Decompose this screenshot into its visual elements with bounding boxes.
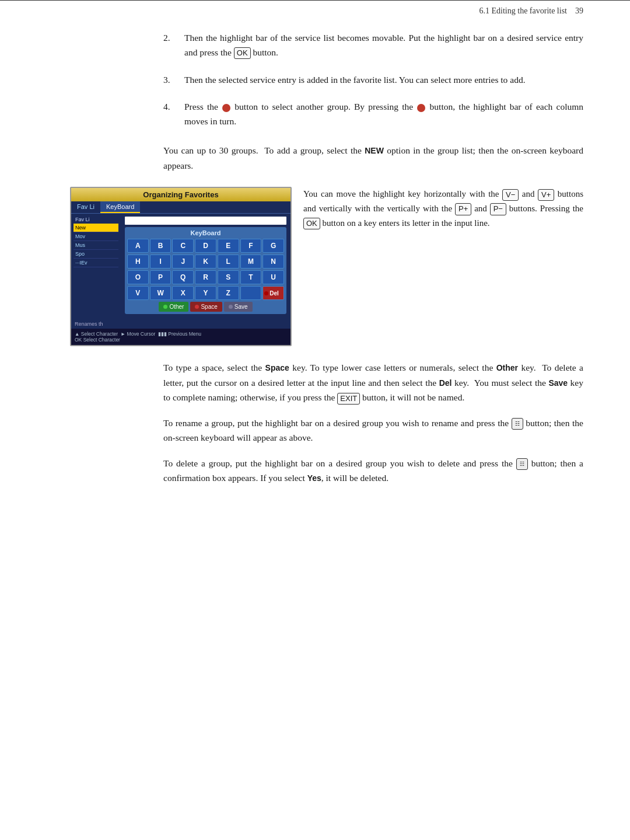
key-I[interactable]: I (150, 255, 172, 269)
footer-select-char: ▲ Select Character (75, 331, 118, 337)
space-key-label: Space (265, 363, 289, 372)
scr-kb-row-2: H I J K L M N (127, 255, 284, 269)
rename-button-icon: ☷ (512, 418, 523, 430)
rename-para: To rename a group, put the highlight bar… (163, 416, 583, 445)
scr-kb-row-3: O P Q R S T U (127, 270, 284, 284)
exit-key: EXIT (337, 393, 360, 405)
scr-bottom-keys: Other Space Save (127, 302, 284, 312)
key-del[interactable]: Del (262, 286, 284, 300)
intro-paragraph: You can up to 30 groups. To add a group,… (163, 143, 583, 173)
screenshot: Organizing Favorites Fav Li KeyBoard Fav… (70, 187, 292, 346)
scr-input-line (125, 217, 286, 225)
red-button-2 (417, 104, 425, 112)
page-number: 39 (575, 6, 583, 16)
save-key-label: Save (548, 378, 568, 388)
vplus-key: V+ (538, 189, 554, 201)
del-key-label: Del (439, 378, 452, 388)
key-Z[interactable]: Z (218, 286, 239, 300)
fav-item-spo[interactable]: Spo (74, 250, 118, 259)
ok-key-step2: OK (234, 47, 251, 59)
key-J[interactable]: J (172, 255, 194, 269)
key-N[interactable]: N (262, 255, 284, 269)
key-X[interactable]: X (172, 286, 194, 300)
step-4: 4. Press the button to select another gr… (163, 100, 583, 129)
scr-keyboard-panel: KeyBoard A B C D E F G (125, 227, 286, 314)
footer-ok: OK Select Character (75, 337, 120, 343)
scr-title: Organizing Favorites (71, 188, 290, 201)
key-Q[interactable]: Q (172, 270, 194, 284)
key-B[interactable]: B (150, 239, 172, 253)
key-W[interactable]: W (150, 286, 172, 300)
key-space[interactable]: Space (190, 302, 222, 312)
scr-body: Fav Li KeyBoard Fav Li New Mov Mus Spo ·… (71, 201, 290, 345)
chapter-title: 6.1 Editing the favorite list (480, 6, 567, 16)
scr-fav-label: Fav Li (74, 215, 118, 224)
fav-item-iev[interactable]: ···IEv (74, 259, 118, 267)
key-Y[interactable]: Y (195, 286, 216, 300)
key-M[interactable]: M (240, 255, 262, 269)
screenshot-caption: You can move the highlight key horizonta… (303, 187, 583, 230)
content-area: 2. Then the highlight bar of the service… (0, 19, 630, 520)
key-U[interactable]: U (262, 270, 284, 284)
step-3-num: 3. (163, 73, 177, 88)
scr-tab-fav[interactable]: Fav Li (71, 201, 100, 213)
key-other[interactable]: Other (159, 302, 188, 312)
step-4-num: 4. (163, 100, 177, 129)
step-3-text: Then the selected service entry is added… (184, 73, 583, 88)
step-2-text: Then the highlight bar of the service li… (184, 31, 583, 60)
vminus-key: V− (502, 189, 519, 201)
new-label: NEW (365, 146, 384, 155)
yes-label: Yes (307, 473, 321, 483)
page-header: 6.1 Editing the favorite list 39 (0, 1, 630, 19)
pminus-key: P− (490, 203, 506, 215)
key-O[interactable]: O (127, 270, 149, 284)
fav-item-mov[interactable]: Mov (74, 232, 118, 241)
key-empty (240, 286, 262, 300)
scr-tabs: Fav Li KeyBoard (71, 201, 290, 214)
delete-button-icon: ☷ (516, 458, 528, 470)
step-4-text: Press the button to select another group… (184, 100, 583, 129)
step-3: 3. Then the selected service entry is ad… (163, 73, 583, 88)
page: 6.1 Editing the favorite list 39 2. Then… (0, 0, 630, 840)
scr-footer: ▲ Select Character ► Move Cursor ▮▮▮ Pre… (71, 329, 290, 345)
key-K[interactable]: K (195, 255, 216, 269)
key-save[interactable]: Save (224, 302, 253, 312)
scr-kb-row-4: V W X Y Z Del (127, 286, 284, 300)
scr-left-panel: Fav Li New Mov Mus Spo ···IEv (71, 214, 121, 318)
scr-kb-title: KeyBoard (127, 229, 284, 236)
key-T[interactable]: T (240, 270, 262, 284)
key-V[interactable]: V (127, 286, 149, 300)
scr-main-row: Fav Li New Mov Mus Spo ···IEv KeyBoard (71, 214, 290, 318)
key-D[interactable]: D (195, 239, 216, 253)
key-A[interactable]: A (127, 239, 149, 253)
step-2-num: 2. (163, 31, 177, 60)
space-para: To type a space, select the Space key. T… (163, 360, 583, 405)
key-F[interactable]: F (240, 239, 262, 253)
other-key-label: Other (496, 363, 518, 372)
key-R[interactable]: R (195, 270, 216, 284)
scr-status-bar: Renames th (71, 319, 290, 329)
key-E[interactable]: E (218, 239, 239, 253)
steps-list: 2. Then the highlight bar of the service… (163, 31, 583, 129)
scr-keyboard-area: KeyBoard A B C D E F G (121, 214, 290, 318)
key-C[interactable]: C (172, 239, 194, 253)
key-L[interactable]: L (218, 255, 239, 269)
fav-item-mus[interactable]: Mus (74, 241, 118, 250)
scr-kb-row-1: A B C D E F G (127, 239, 284, 253)
fav-item-new[interactable]: New (74, 224, 118, 232)
key-P[interactable]: P (150, 270, 172, 284)
scr-tab-keyboard[interactable]: KeyBoard (100, 201, 140, 213)
footer-menu: ▮▮▮ Previous Menu (158, 331, 201, 337)
step-2: 2. Then the highlight bar of the service… (163, 31, 583, 60)
pplus-key: P+ (455, 203, 471, 215)
ok-key-caption: OK (303, 218, 320, 229)
key-S[interactable]: S (218, 270, 239, 284)
screenshot-section: Organizing Favorites Fav Li KeyBoard Fav… (70, 187, 583, 346)
delete-para: To delete a group, put the highlight bar… (163, 456, 583, 486)
key-H[interactable]: H (127, 255, 149, 269)
footer-move-cursor: ► Move Cursor (121, 331, 155, 337)
red-button-1 (222, 104, 230, 112)
key-G[interactable]: G (262, 239, 284, 253)
